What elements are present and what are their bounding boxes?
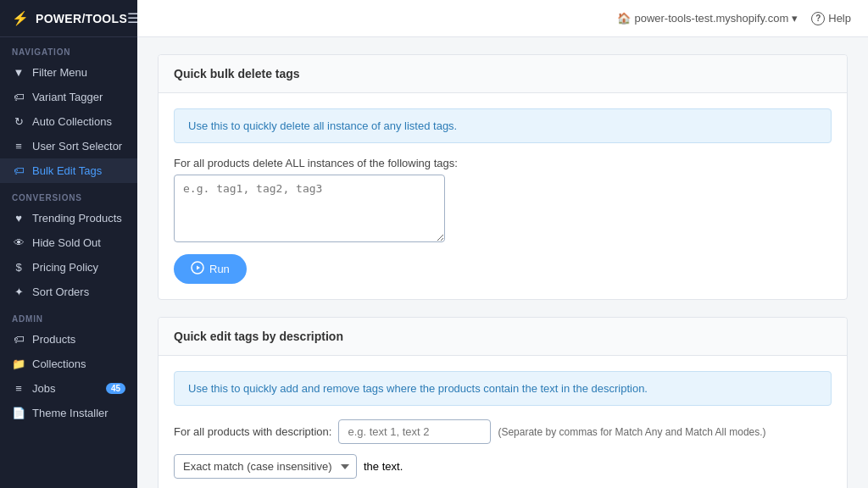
- sidebar-logo: ⚡ POWER/TOOLS ☰: [0, 0, 137, 37]
- products-icon: 🏷: [12, 333, 25, 346]
- run-icon: [191, 261, 204, 277]
- sort-icon: ≡: [12, 140, 25, 152]
- bulk-delete-card: Quick bulk delete tags Use this to quick…: [158, 54, 848, 300]
- sidebar-item-products[interactable]: 🏷 Products: [0, 327, 137, 352]
- sidebar-item-label: Variant Tagger: [32, 91, 103, 103]
- sidebar-item-label: Products: [32, 333, 75, 346]
- separate-note: (Separate by commas for Match Any and Ma…: [498, 426, 765, 438]
- sidebar-item-jobs[interactable]: ≡ Jobs 45: [0, 376, 137, 401]
- hamburger-menu[interactable]: ☰: [127, 10, 137, 26]
- match-suffix: the text.: [364, 460, 403, 473]
- sidebar-item-variant-tagger[interactable]: 🏷 Variant Tagger: [0, 85, 137, 109]
- sidebar-item-label: Bulk Edit Tags: [32, 164, 102, 177]
- sidebar-item-trending-products[interactable]: ♥ Trending Products: [0, 206, 137, 230]
- sidebar-item-label: Sort Orders: [32, 286, 89, 298]
- sidebar-item-label: Hide Sold Out: [32, 236, 101, 249]
- sidebar-item-label: Theme Installer: [32, 407, 108, 419]
- sidebar-item-hide-sold-out[interactable]: 👁 Hide Sold Out: [0, 230, 137, 255]
- dollar-icon: $: [12, 261, 25, 274]
- theme-icon: 📄: [12, 407, 25, 419]
- sidebar-item-auto-collections[interactable]: ↻ Auto Collections: [0, 109, 137, 134]
- sidebar-item-collections[interactable]: 📁 Collections: [0, 352, 137, 376]
- sidebar-item-label: Trending Products: [32, 212, 122, 225]
- sidebar-item-label: Pricing Policy: [32, 261, 98, 274]
- help-circle-icon: ?: [811, 12, 825, 25]
- heart-icon: ♥: [12, 212, 25, 225]
- description-row: For all products with description: (Sepa…: [174, 419, 832, 444]
- bulk-delete-run-button[interactable]: Run: [174, 254, 247, 284]
- main-content: Quick bulk delete tags Use this to quick…: [137, 37, 868, 488]
- star-icon: ✦: [12, 286, 25, 298]
- sidebar: ⚡ POWER/TOOLS ☰ NAVIGATION ▼ Filter Menu…: [0, 0, 137, 488]
- help-label: Help: [828, 12, 851, 25]
- description-input[interactable]: [338, 419, 491, 444]
- edit-tags-card: Quick edit tags by description Use this …: [158, 317, 848, 488]
- sidebar-item-label: Auto Collections: [32, 115, 112, 128]
- topbar-help[interactable]: ? Help: [811, 12, 851, 25]
- bulk-delete-title: Quick bulk delete tags: [159, 55, 847, 93]
- collections-icon: 📁: [12, 358, 25, 370]
- tag-icon: 🏷: [12, 164, 25, 177]
- edit-tags-info: Use this to quickly add and remove tags …: [174, 371, 832, 406]
- store-name: power-tools-test.myshopify.com: [634, 12, 788, 25]
- tag-icon: 🏷: [12, 91, 25, 103]
- admin-section-label: ADMIN: [0, 304, 137, 327]
- match-select[interactable]: Exact match (case insensitive) Contains …: [174, 454, 357, 479]
- sidebar-item-theme-installer[interactable]: 📄 Theme Installer: [0, 401, 137, 425]
- topbar: 🏠 power-tools-test.myshopify.com ▾ ? Hel…: [137, 0, 868, 37]
- logo-text: POWER/TOOLS: [36, 12, 127, 25]
- eye-icon: 👁: [12, 236, 25, 249]
- edit-tags-body: Use this to quickly add and remove tags …: [159, 356, 847, 488]
- jobs-icon: ≡: [12, 382, 25, 395]
- conversions-section-label: CONVERSIONS: [0, 183, 137, 206]
- sidebar-item-user-sort-selector[interactable]: ≡ User Sort Selector: [0, 134, 137, 158]
- bulk-delete-run-label: Run: [209, 263, 230, 275]
- sidebar-item-pricing-policy[interactable]: $ Pricing Policy: [0, 255, 137, 280]
- description-label: For all products with description:: [174, 425, 331, 438]
- bulk-delete-form-label: For all products delete ALL instances of…: [174, 157, 832, 169]
- sidebar-item-sort-orders[interactable]: ✦ Sort Orders: [0, 280, 137, 304]
- edit-tags-title: Quick edit tags by description: [159, 318, 847, 356]
- sidebar-item-filter-menu[interactable]: ▼ Filter Menu: [0, 60, 137, 85]
- jobs-badge: 45: [106, 383, 125, 394]
- match-row: Exact match (case insensitive) Contains …: [174, 454, 832, 479]
- sidebar-item-label: Filter Menu: [32, 66, 87, 79]
- logo-icon: ⚡: [12, 10, 29, 26]
- topbar-store[interactable]: 🏠 power-tools-test.myshopify.com ▾: [617, 12, 798, 25]
- sidebar-item-label: Jobs: [32, 382, 55, 395]
- filter-icon: ▼: [12, 66, 25, 79]
- sidebar-item-label: Collections: [32, 358, 86, 370]
- sidebar-item-label: User Sort Selector: [32, 140, 122, 152]
- sidebar-item-bulk-edit-tags[interactable]: 🏷 Bulk Edit Tags: [0, 158, 137, 183]
- bulk-delete-body: Use this to quickly delete all instance …: [159, 93, 847, 299]
- nav-section-label: NAVIGATION: [0, 37, 137, 60]
- store-chevron-icon: ▾: [792, 12, 798, 25]
- bulk-delete-info: Use this to quickly delete all instance …: [174, 108, 832, 143]
- store-icon: 🏠: [617, 12, 631, 25]
- refresh-icon: ↻: [12, 115, 25, 128]
- bulk-delete-tags-input[interactable]: [174, 175, 445, 242]
